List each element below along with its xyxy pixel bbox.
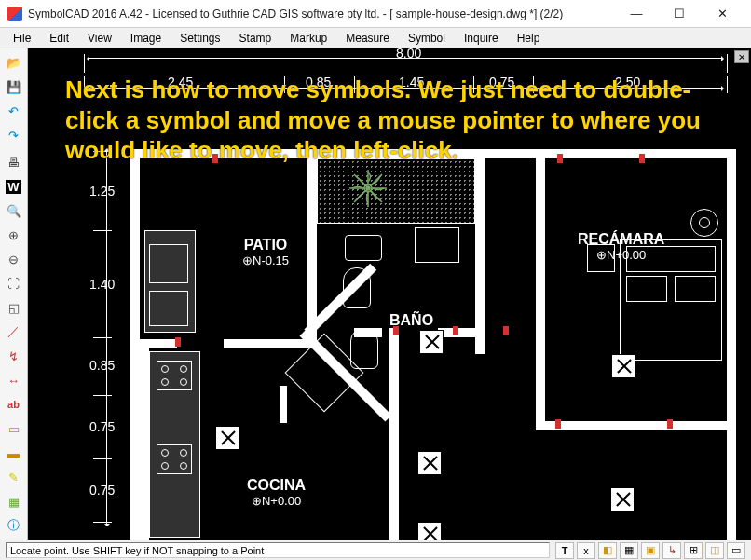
burner — [157, 444, 192, 474]
print-icon[interactable]: 🖶 — [3, 151, 25, 173]
zoom-out-icon[interactable]: ⊖ — [3, 248, 25, 270]
status-ortho-icon[interactable]: ↳ — [662, 542, 681, 559]
red-tick — [503, 326, 509, 335]
status-snap-icon[interactable]: ▣ — [641, 542, 660, 559]
text-icon[interactable]: W — [3, 175, 25, 198]
dim-left-3: 0.75 — [89, 419, 115, 434]
tub — [415, 227, 459, 263]
window-controls: — ☐ ✕ — [615, 0, 744, 28]
status-dyn-icon[interactable]: ◫ — [705, 542, 724, 559]
highlight-icon[interactable]: ✎ — [3, 466, 25, 488]
minimize-button[interactable]: — — [615, 0, 658, 28]
zoom-extents-icon[interactable]: ⛶ — [3, 272, 25, 294]
dim-left-0: 1.25 — [89, 184, 115, 198]
sink — [345, 235, 382, 261]
ext-line — [727, 54, 728, 73]
patio-hatch — [317, 158, 475, 224]
red-tick — [667, 419, 673, 429]
dim-left-2: 0.85 — [89, 358, 115, 373]
symbol-marker[interactable] — [417, 522, 442, 540]
status-icon-tray: T x ◧ ▦ ▣ ↳ ⊞ ◫ ▭ — [555, 542, 745, 559]
sink — [149, 244, 188, 283]
ext-line — [93, 458, 112, 459]
status-grid-icon[interactable]: ▦ — [620, 542, 638, 559]
label-recamara: RECÁMARA ⊕N+0.00 — [578, 231, 664, 262]
menu-symbol[interactable]: Symbol — [399, 30, 455, 47]
label-cocina: COCINA ⊕N+0.00 — [247, 477, 306, 508]
menu-inquire[interactable]: Inquire — [455, 30, 508, 47]
titlebar: SymbolCAD 2016 A.42 - Licensed to Guthri… — [0, 0, 751, 28]
dim-left-1: 1.40 — [89, 277, 115, 292]
lamp — [690, 209, 718, 237]
zoom-in-icon[interactable]: ⊕ — [3, 224, 25, 246]
plant-symbol[interactable] — [345, 165, 391, 212]
label-icon[interactable]: ab — [3, 393, 25, 416]
wall — [727, 149, 736, 540]
wall — [130, 149, 140, 540]
menu-markup[interactable]: Markup — [280, 30, 336, 47]
menu-edit[interactable]: Edit — [40, 30, 78, 47]
left-toolbar: 📂 💾 ↶ ↷ 🖶 W 🔍 ⊕ ⊖ ⛶ ◱ ／ ↯ ↔ ab ▭ ▬ ✎ ▦ ⓘ — [0, 48, 28, 540]
hatch-icon[interactable]: ▦ — [3, 490, 25, 512]
status-message: Locate point. Use SHIFT key if NOT snapp… — [6, 542, 550, 558]
magnifier-icon[interactable]: 🔍 — [3, 199, 25, 222]
menu-image[interactable]: Image — [121, 30, 171, 47]
close-button[interactable]: ✕ — [701, 0, 744, 28]
wall — [536, 158, 545, 429]
save-icon[interactable]: 💾 — [3, 75, 25, 98]
toilet — [343, 267, 371, 308]
menu-file[interactable]: File — [4, 30, 40, 47]
dim-top-total: 8.00 — [396, 48, 421, 61]
wall — [280, 386, 287, 423]
overlay-instruction: Next is how to move symbols. We just nee… — [65, 75, 740, 166]
ext-line — [93, 395, 112, 396]
dim-left-4: 0.75 — [89, 483, 115, 498]
wall — [224, 339, 317, 348]
drawing-canvas[interactable]: ✕ Next is how to move symbols. We just n… — [28, 48, 751, 540]
ext-line — [93, 230, 112, 231]
window-title: SymbolCAD 2016 A.42 - Licensed to Guthri… — [28, 7, 615, 20]
menu-stamp[interactable]: Stamp — [230, 30, 281, 47]
red-tick — [555, 419, 561, 429]
red-tick — [453, 326, 458, 335]
statusbar: Locate point. Use SHIFT key if NOT snapp… — [0, 540, 751, 560]
symbol-marker[interactable] — [419, 330, 444, 354]
menu-view[interactable]: View — [78, 30, 121, 47]
wall — [475, 158, 485, 354]
wall — [536, 421, 736, 430]
polyline-icon[interactable]: ↯ — [3, 345, 25, 367]
canvas-close-icon[interactable]: ✕ — [734, 50, 749, 63]
status-layers-icon[interactable]: ◧ — [598, 542, 617, 559]
erase-icon[interactable]: ▬ — [3, 442, 25, 464]
wall — [140, 339, 149, 540]
symbol-marker[interactable] — [611, 354, 635, 378]
line-icon[interactable]: ／ — [3, 321, 25, 343]
open-icon[interactable]: 📂 — [3, 51, 25, 74]
info-icon[interactable]: ⓘ — [3, 514, 25, 537]
red-tick — [175, 337, 181, 347]
symbol-marker[interactable] — [215, 426, 239, 450]
ext-line — [93, 522, 112, 523]
menubar: File Edit View Image Settings Stamp Mark… — [0, 28, 751, 48]
sink — [149, 291, 188, 326]
undo-icon[interactable]: ↶ — [3, 100, 25, 122]
dimension-icon[interactable]: ↔ — [3, 369, 25, 391]
maximize-button[interactable]: ☐ — [658, 0, 701, 28]
symbol-marker[interactable] — [417, 451, 442, 475]
ext-line — [93, 337, 112, 338]
status-text-icon[interactable]: T — [555, 542, 574, 559]
symbol-marker[interactable] — [610, 487, 635, 512]
main-area: 📂 💾 ↶ ↷ 🖶 W 🔍 ⊕ ⊖ ⛶ ◱ ／ ↯ ↔ ab ▭ ▬ ✎ ▦ ⓘ… — [0, 48, 751, 540]
menu-settings[interactable]: Settings — [171, 30, 229, 47]
status-polar-icon[interactable]: ⊞ — [684, 542, 703, 559]
status-x-icon[interactable]: x — [577, 542, 595, 559]
zoom-window-icon[interactable]: ◱ — [3, 296, 25, 319]
menu-measure[interactable]: Measure — [336, 30, 399, 47]
redo-icon[interactable]: ↷ — [3, 124, 25, 146]
wall — [389, 328, 399, 540]
rect-icon[interactable]: ▭ — [3, 417, 25, 440]
burner — [157, 361, 192, 390]
menu-help[interactable]: Help — [508, 30, 550, 47]
app-icon — [7, 7, 22, 21]
status-track-icon[interactable]: ▭ — [727, 542, 745, 559]
